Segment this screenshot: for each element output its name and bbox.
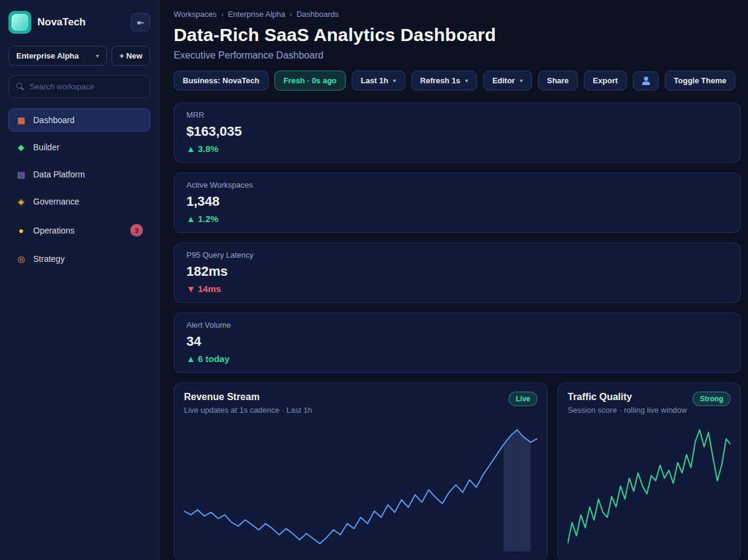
time-range-select[interactable]: Last 1h ▾ (352, 71, 405, 91)
freshness-chip: Fresh · 0s ago (274, 71, 346, 91)
lock-icon: ◈ (16, 197, 27, 206)
kpi-value: 182ms (186, 264, 728, 279)
search-input[interactable] (30, 82, 142, 91)
chevron-down-icon: ▾ (520, 77, 523, 84)
page-title: Data-Rich SaaS Analytics Dashboard (174, 25, 741, 45)
bell-icon: ● (16, 226, 27, 235)
sidebar-item-data-platform[interactable]: ▤ Data Platform (8, 163, 150, 186)
live-badge: Live (509, 392, 537, 406)
kpi-card-alert-volume: Alert Volume 34 ▲ 6 today (174, 313, 741, 373)
kpi-label: Alert Volume (186, 320, 728, 329)
sidebar-item-dashboard[interactable]: ▦ Dashboard (8, 109, 150, 132)
sidebar-item-label: Operations (33, 226, 124, 235)
kpi-card-active-workspaces: Active Workspaces 1,348 ▲ 1.2% (174, 173, 741, 233)
chart-header: Traffic Quality Session score · rolling … (568, 392, 731, 415)
sidebar-item-operations[interactable]: ● Operations 3 (8, 217, 150, 243)
sidebar-item-label: Data Platform (33, 170, 143, 179)
kpi-delta: ▲ 6 today (186, 354, 728, 364)
chart-title: Revenue Stream (184, 392, 312, 402)
sidebar-item-label: Builder (33, 142, 143, 152)
dashboard-icon: ▦ (16, 115, 27, 125)
sidebar: NovaTech ⇤ Enterprise Alpha ▾ + New ▦ Da… (0, 0, 159, 560)
sidebar-collapse-button[interactable]: ⇤ (131, 13, 150, 31)
kpi-delta: ▲ 1.2% (186, 214, 728, 224)
novatech-logo (8, 11, 31, 34)
kpi-label: P95 Query Latency (186, 250, 728, 259)
role-value: Editor (492, 76, 515, 85)
sidebar-item-label: Strategy (33, 254, 143, 264)
kpi-label: MRR (186, 110, 728, 119)
revenue-stream-chart-card: Revenue Stream Live updates at 1s cadenc… (174, 383, 548, 560)
brand-row: NovaTech ⇤ (8, 11, 150, 34)
breadcrumb-separator: › (290, 10, 292, 19)
strong-badge: Strong (693, 392, 731, 406)
page-subtitle: Executive Performance Dashboard (174, 50, 741, 61)
search-icon (16, 83, 24, 91)
kpi-card-mrr: MRR $163,035 ▲ 3.8% (174, 103, 741, 163)
revenue-line-chart (184, 422, 537, 552)
kpi-label: Active Workspaces (186, 180, 728, 189)
target-icon: ◎ (16, 254, 27, 264)
chart-header: Revenue Stream Live updates at 1s cadenc… (184, 392, 537, 415)
puzzle-icon: ◆ (16, 142, 27, 152)
app-root: NovaTech ⇤ Enterprise Alpha ▾ + New ▦ Da… (0, 0, 748, 560)
traffic-quality-chart-card: Traffic Quality Session score · rolling … (557, 383, 741, 560)
toggle-theme-button[interactable]: Toggle Theme (665, 71, 735, 91)
refresh-interval-select[interactable]: Refresh 1s ▾ (411, 71, 478, 91)
export-button[interactable]: Export (584, 71, 627, 91)
sidebar-nav: ▦ Dashboard ◆ Builder ▤ Data Platform ◈ … (8, 109, 150, 270)
brand-name: NovaTech (37, 16, 125, 28)
breadcrumb-dashboards[interactable]: Dashboards (296, 10, 338, 19)
kpi-value: 1,348 (186, 194, 728, 209)
role-select[interactable]: Editor ▾ (483, 71, 532, 91)
person-icon (641, 77, 650, 85)
chart-subtitle: Session score · rolling live window (568, 406, 687, 415)
workspace-select[interactable]: Enterprise Alpha ▾ (8, 46, 107, 66)
breadcrumb: Workspaces › Enterprise Alpha › Dashboar… (174, 10, 741, 19)
chart-subtitle: Live updates at 1s cadence · Last 1h (184, 406, 312, 415)
sidebar-item-label: Governance (33, 197, 143, 206)
chart-title: Traffic Quality (568, 392, 687, 402)
main-content: Workspaces › Enterprise Alpha › Dashboar… (159, 0, 748, 560)
workspace-row: Enterprise Alpha ▾ + New (8, 46, 150, 66)
traffic-line-chart (568, 422, 731, 552)
sidebar-item-strategy[interactable]: ◎ Strategy (8, 247, 150, 270)
charts-row: Revenue Stream Live updates at 1s cadenc… (174, 383, 741, 560)
time-range-value: Last 1h (361, 76, 388, 85)
sidebar-item-label: Dashboard (33, 115, 143, 125)
kpi-card-p95-latency: P95 Query Latency 182ms ▼ 14ms (174, 243, 741, 303)
chevron-down-icon: ▾ (465, 77, 468, 84)
refresh-interval-value: Refresh 1s (420, 76, 460, 85)
workspace-select-value: Enterprise Alpha (16, 51, 79, 60)
new-workspace-button[interactable]: + New (112, 46, 150, 66)
share-button[interactable]: Share (538, 71, 578, 91)
collapse-icon: ⇤ (137, 18, 144, 27)
operations-count-badge: 3 (130, 224, 143, 237)
chevron-down-icon: ▾ (393, 77, 396, 84)
sidebar-item-builder[interactable]: ◆ Builder (8, 136, 150, 159)
workspace-search[interactable] (8, 75, 150, 98)
kpi-value: $163,035 (186, 124, 728, 139)
toolbar: Business: NovaTech Fresh · 0s ago Last 1… (174, 71, 741, 91)
database-icon: ▤ (16, 170, 27, 179)
breadcrumb-separator: › (221, 10, 223, 19)
kpi-value: 34 (186, 334, 728, 349)
kpi-delta: ▼ 14ms (186, 284, 728, 294)
sidebar-item-governance[interactable]: ◈ Governance (8, 190, 150, 213)
kpi-delta: ▲ 3.8% (186, 144, 728, 154)
business-chip: Business: NovaTech (174, 71, 268, 91)
chevron-down-icon: ▾ (96, 52, 99, 59)
breadcrumb-enterprise-alpha[interactable]: Enterprise Alpha (228, 10, 285, 19)
breadcrumb-workspaces[interactable]: Workspaces (174, 10, 217, 19)
user-avatar-button[interactable] (633, 71, 659, 91)
